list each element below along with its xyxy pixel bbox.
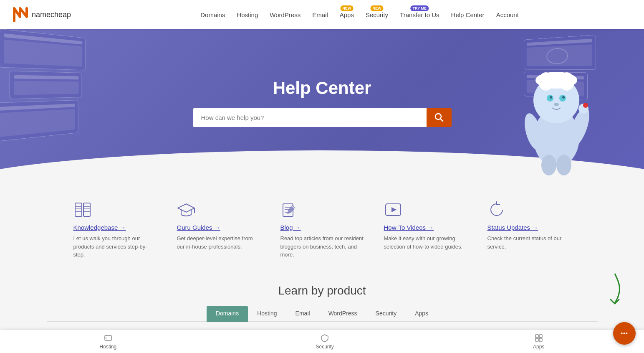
knowledgebase-card[interactable]: Knowledgebase → Let us walk you through … (73, 201, 157, 259)
nav-account-label: Account (496, 11, 519, 18)
svg-point-9 (554, 103, 559, 106)
logo-text: namecheap (32, 10, 71, 19)
apps-badge: NEW (340, 5, 353, 11)
yeti-character (519, 58, 594, 167)
nav-wordpress[interactable]: WordPress (270, 11, 301, 18)
green-arrow (602, 269, 627, 311)
security-badge: NEW (371, 5, 384, 11)
nav-security[interactable]: NEW Security (366, 11, 388, 18)
search-bar (193, 108, 452, 127)
tab-domains[interactable]: Domains (207, 306, 248, 322)
svg-point-13 (583, 103, 588, 108)
blog-card[interactable]: Blog → Read top articles from our reside… (280, 201, 364, 259)
blog-title: Blog → (280, 224, 301, 231)
tab-hosting[interactable]: Hosting (248, 306, 286, 322)
knowledgebase-title: Knowledgebase → (73, 224, 126, 231)
status-updates-card[interactable]: Status Updates → Check the current statu… (487, 201, 571, 251)
nav-help-label: Help Center (451, 11, 485, 18)
nav-security-label: Security (366, 11, 388, 18)
hero-deco-left (0, 33, 134, 137)
nav-domains[interactable]: Domains (200, 11, 225, 18)
edit-icon (280, 201, 299, 219)
tab-email[interactable]: Email (286, 306, 319, 322)
blog-desc: Read top articles from our resident blog… (280, 234, 364, 259)
svg-rect-18 (83, 203, 90, 216)
guru-guides-desc: Get deeper-level expertise from our in-h… (177, 234, 260, 251)
hero-title: Help Center (193, 78, 452, 98)
graduation-icon (177, 201, 195, 219)
nav-hosting[interactable]: Hosting (237, 11, 258, 18)
main-nav: Domains Hosting WordPress Email NEW Apps… (88, 11, 631, 18)
nav-apps[interactable]: NEW Apps (340, 11, 354, 18)
links-section: Knowledgebase → Let us walk you through … (30, 175, 614, 276)
svg-marker-33 (391, 207, 397, 212)
nav-hosting-label: Hosting (237, 11, 258, 18)
product-tabs: Domains Hosting Email WordPress Security… (47, 306, 598, 322)
tab-apps[interactable]: Apps (406, 306, 437, 322)
status-updates-title: Status Updates → (487, 224, 538, 231)
learn-title: Learn by product (47, 284, 598, 297)
transfer-badge: TRY ME (411, 5, 429, 11)
search-input[interactable] (193, 108, 427, 127)
search-icon (434, 113, 444, 122)
nav-domains-label: Domains (200, 11, 225, 18)
how-to-videos-card[interactable]: How-To Videos → Make it easy with our gr… (384, 201, 467, 251)
svg-point-7 (550, 96, 552, 99)
nav-transfer[interactable]: TRY ME Transfer to Us (400, 11, 439, 18)
play-icon (384, 201, 402, 219)
tab-wordpress[interactable]: WordPress (319, 306, 366, 322)
how-to-videos-title: How-To Videos → (384, 224, 434, 231)
status-updates-desc: Check the current status of our service. (487, 234, 571, 251)
svg-rect-17 (75, 203, 82, 216)
tab-security[interactable]: Security (366, 306, 406, 322)
nav-apps-label: Apps (340, 11, 354, 18)
refresh-icon (487, 201, 506, 219)
svg-point-4 (559, 72, 574, 91)
nav-email-label: Email (312, 11, 328, 18)
book-icon (73, 201, 92, 219)
header: namecheap Domains Hosting WordPress Emai… (0, 0, 644, 29)
guru-guides-card[interactable]: Guru Guides → Get deeper-level expertise… (177, 201, 260, 251)
learn-section: Learn by product Domains Hosting Email W… (30, 276, 614, 330)
svg-point-14 (541, 155, 556, 175)
logo[interactable]: namecheap (13, 7, 71, 23)
nav-account[interactable]: Account (496, 11, 519, 18)
nav-email[interactable]: Email (312, 11, 328, 18)
hero-content: Help Center (184, 66, 460, 140)
svg-point-15 (556, 155, 571, 175)
svg-marker-25 (178, 204, 194, 212)
svg-point-8 (562, 96, 565, 99)
knowledgebase-desc: Let us walk you through our products and… (73, 234, 157, 259)
chat-dots: ••• (621, 330, 628, 330)
svg-point-3 (538, 72, 553, 91)
bottom-nav: Hosting Security Apps (0, 330, 644, 330)
guru-guides-title: Guru Guides → (177, 224, 220, 231)
nav-help[interactable]: Help Center (451, 11, 485, 18)
nav-wordpress-label: WordPress (270, 11, 301, 18)
hero-section: Help Center (0, 29, 644, 175)
how-to-videos-desc: Make it easy with our growing selection … (384, 234, 467, 251)
search-button[interactable] (427, 108, 452, 127)
chat-button[interactable]: ••• (613, 322, 636, 330)
nav-transfer-label: Transfer to Us (400, 11, 439, 18)
